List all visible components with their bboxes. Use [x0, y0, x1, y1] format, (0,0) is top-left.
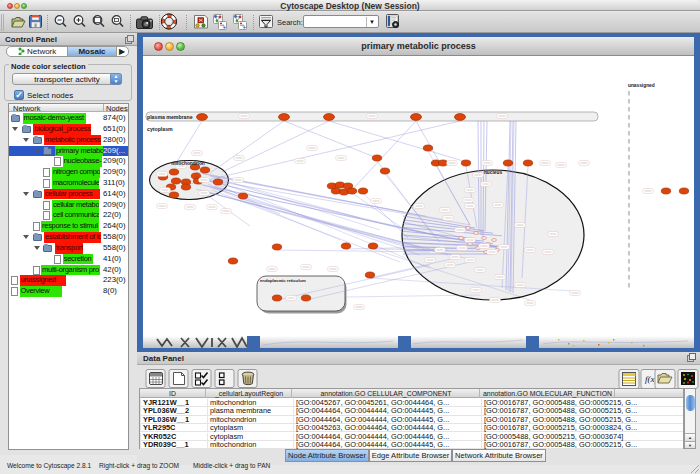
svg-text:endoplasmic reticulum: endoplasmic reticulum	[260, 278, 306, 283]
svg-text:nucleus: nucleus	[484, 170, 502, 175]
svg-text:cytoplasm: cytoplasm	[147, 126, 173, 132]
svg-text:plasma membrane: plasma membrane	[147, 114, 193, 120]
svg-text:mitochondrion: mitochondrion	[171, 161, 205, 166]
svg-text:unassigned: unassigned	[628, 83, 655, 88]
